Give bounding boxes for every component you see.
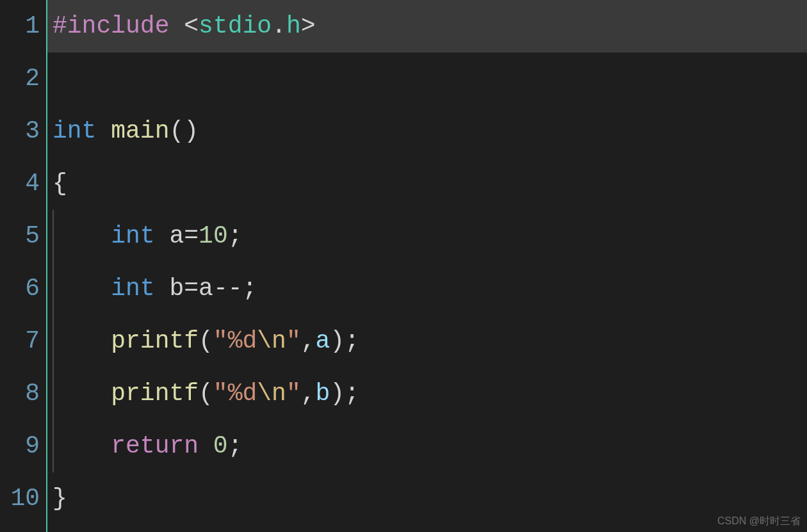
space-token (169, 12, 184, 40)
code-line-10[interactable]: } (47, 472, 807, 525)
indent-guide (53, 210, 54, 472)
line-number: 8 (0, 367, 46, 420)
type-keyword: int (53, 117, 96, 145)
code-line-2[interactable] (47, 52, 807, 105)
line-number: 5 (0, 210, 46, 262)
paren-close: ) (330, 380, 345, 407)
brace-open: { (53, 170, 67, 197)
variable-arg: a (316, 327, 330, 355)
line-number: 6 (0, 262, 46, 315)
code-line-1[interactable]: #include <stdio.h> (47, 0, 807, 52)
variable: a (199, 275, 213, 302)
function-call: printf (111, 380, 199, 407)
code-editor[interactable]: 1 2 3 4 5 6 7 8 9 10 #include <stdio.h> … (0, 0, 807, 532)
code-line-5[interactable]: int a=10; (47, 210, 807, 262)
semicolon: ; (228, 432, 243, 460)
code-line-9[interactable]: return 0; (47, 420, 807, 472)
code-line-3[interactable]: int main() (47, 105, 807, 157)
space-token (199, 432, 213, 460)
dot-token: . (272, 12, 286, 40)
line-number: 2 (0, 52, 46, 105)
line-number: 10 (0, 472, 46, 525)
function-call: printf (111, 327, 199, 355)
number-literal: 0 (213, 432, 228, 460)
equals: = (184, 275, 199, 302)
anglebracket-close: > (301, 12, 316, 40)
parens: () (169, 117, 199, 145)
indent (53, 380, 111, 407)
indent (53, 275, 111, 302)
comma: , (301, 327, 316, 355)
format-spec: %d (228, 327, 257, 355)
quote: " (213, 380, 228, 407)
anglebracket-open: < (184, 12, 199, 40)
line-number-gutter: 1 2 3 4 5 6 7 8 9 10 (0, 0, 46, 532)
variable-arg: b (316, 380, 330, 407)
line-number: 7 (0, 315, 46, 367)
line-number: 9 (0, 420, 46, 472)
type-keyword: int (111, 275, 154, 302)
escape-seq: \n (257, 380, 286, 407)
type-keyword: int (111, 222, 154, 250)
space-token (96, 117, 111, 145)
semicolon: ; (228, 222, 243, 250)
line-number: 4 (0, 157, 46, 210)
header-lib: stdio (199, 12, 272, 40)
code-content[interactable]: #include <stdio.h> int main() { int a=10… (47, 0, 807, 532)
return-keyword: return (111, 432, 199, 460)
quote: " (213, 327, 228, 355)
code-line-4[interactable]: { (47, 157, 807, 210)
line-number: 3 (0, 105, 46, 157)
number-literal: 10 (199, 222, 228, 250)
paren-close: ) (330, 327, 345, 355)
decrement-op: -- (213, 275, 243, 302)
comma: , (301, 380, 316, 407)
indent (53, 222, 111, 250)
watermark: CSDN @时时三省 (717, 515, 801, 528)
line-number: 1 (0, 0, 46, 52)
escape-seq: \n (257, 327, 286, 355)
function-name: main (111, 117, 169, 145)
code-line-6[interactable]: int b=a--; (47, 262, 807, 315)
indent (53, 327, 111, 355)
semicolon: ; (345, 327, 359, 355)
semicolon: ; (345, 380, 359, 407)
code-line-7[interactable]: printf("%d\n",a); (47, 315, 807, 367)
format-spec: %d (228, 380, 257, 407)
header-ext: h (286, 12, 301, 40)
code-line-8[interactable]: printf("%d\n",b); (47, 367, 807, 420)
quote: " (286, 380, 301, 407)
brace-close: } (53, 485, 67, 512)
variable: a (169, 222, 184, 250)
semicolon: ; (243, 275, 257, 302)
indent (53, 432, 111, 460)
variable: b (169, 275, 184, 302)
space-token (155, 222, 170, 250)
paren-open: ( (199, 327, 213, 355)
paren-open: ( (199, 380, 213, 407)
quote: " (286, 327, 301, 355)
preproc-token: #include (53, 12, 169, 40)
space-token (155, 275, 170, 302)
equals: = (184, 222, 199, 250)
